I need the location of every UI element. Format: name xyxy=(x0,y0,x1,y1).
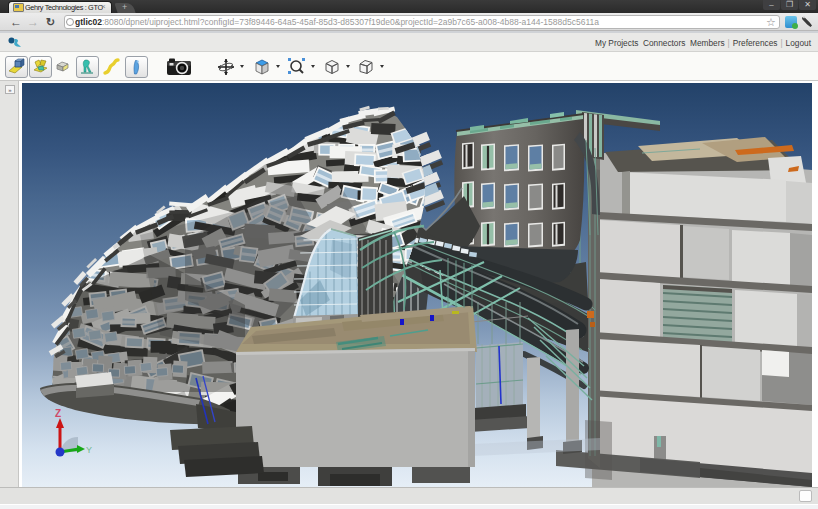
svg-text:Y: Y xyxy=(86,445,92,455)
svg-text:Z: Z xyxy=(55,408,61,419)
